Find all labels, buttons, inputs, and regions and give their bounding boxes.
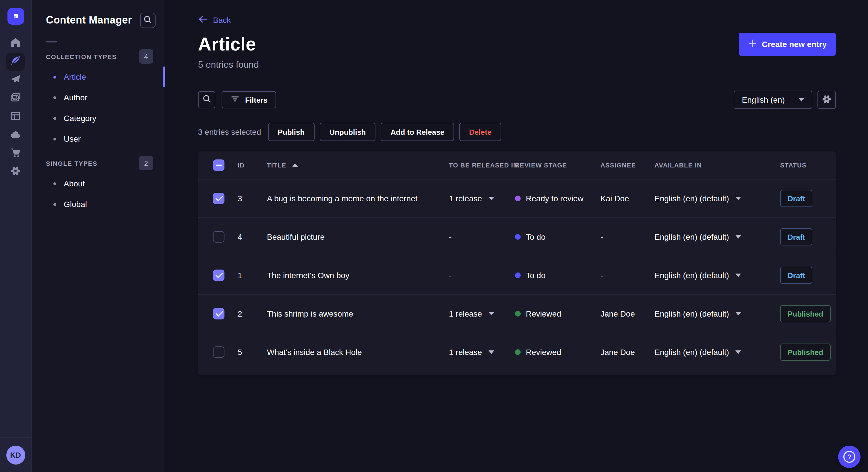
entries-table: ID TITLE TO BE RELEASED IN REVIEW STAGE …	[198, 151, 836, 375]
row-checkbox-cell	[198, 308, 235, 319]
stage-dot-icon	[515, 196, 521, 201]
chevron-down-icon	[735, 312, 741, 315]
table-row[interactable]: 3A bug is becoming a meme on the interne…	[198, 179, 836, 217]
nav-section: SINGLE TYPES2AboutGlobal	[32, 156, 165, 214]
row-locale-dropdown[interactable]: English (en) (default)	[652, 271, 777, 280]
rail-item-content-manager[interactable]	[6, 53, 25, 71]
column-header-status[interactable]: STATUS	[777, 162, 836, 169]
bullet-icon	[53, 96, 56, 99]
sidebar-divider	[46, 41, 57, 42]
row-status-cell: Draft	[777, 190, 836, 207]
selection-bar: 3 entries selected Publish Unpublish Add…	[198, 123, 836, 141]
rail-item-deploy[interactable]	[6, 126, 25, 144]
delete-button[interactable]: Delete	[459, 123, 501, 141]
create-new-entry-label: Create new entry	[762, 40, 827, 49]
row-review-stage: Ready to review	[512, 194, 598, 203]
chevron-down-icon	[488, 350, 494, 354]
feather-icon	[10, 55, 21, 69]
table-row[interactable]: 4Beautiful picture-To do-English (en) (d…	[198, 217, 836, 256]
column-header-id[interactable]: ID	[235, 162, 264, 169]
row-checkbox-cell	[198, 193, 235, 204]
release-value: -	[449, 232, 452, 241]
row-checkbox-cell	[198, 270, 235, 281]
rail-item-media-library[interactable]	[6, 90, 25, 108]
question-mark-icon: ?	[843, 451, 856, 463]
stage-value: To do	[526, 232, 546, 241]
locale-value: English (en) (default)	[654, 232, 729, 241]
row-assignee: -	[598, 271, 652, 280]
row-status-cell: Draft	[777, 267, 836, 284]
table-row[interactable]: 5What's inside a Black Hole1 releaseRevi…	[198, 333, 836, 371]
list-search-button[interactable]	[198, 91, 215, 108]
stage-dot-icon	[515, 234, 521, 240]
column-header-stage[interactable]: REVIEW STAGE	[512, 162, 598, 169]
filters-button[interactable]: Filters	[222, 91, 276, 108]
chevron-down-icon	[735, 350, 741, 354]
row-locale-dropdown[interactable]: English (en) (default)	[652, 309, 777, 318]
row-review-stage: Reviewed	[512, 347, 598, 357]
row-title: What's inside a Black Hole	[264, 347, 446, 357]
nav-list: ArticleAuthorCategoryUser	[32, 67, 165, 149]
row-locale-dropdown[interactable]: English (en) (default)	[652, 194, 777, 203]
rail-item-home[interactable]	[6, 34, 25, 53]
locale-value: English (en) (default)	[654, 309, 729, 318]
back-link[interactable]: Back	[198, 15, 231, 25]
row-checkbox[interactable]	[213, 308, 224, 319]
table-row[interactable]: 2This shrimp is awesome1 releaseReviewed…	[198, 294, 836, 333]
bullet-icon	[53, 203, 56, 206]
row-checkbox[interactable]	[213, 270, 224, 281]
unpublish-button[interactable]: Unpublish	[319, 123, 375, 141]
table-body: 3A bug is becoming a meme on the interne…	[198, 179, 836, 371]
rail-item-settings[interactable]	[6, 163, 25, 181]
row-assignee: Jane Doe	[598, 309, 652, 318]
nav-section-count-badge: 4	[139, 49, 153, 64]
column-header-title[interactable]: TITLE	[264, 162, 446, 169]
rail-item-releases[interactable]	[6, 71, 25, 90]
plus-icon	[748, 39, 756, 49]
rail-item-content-type-builder[interactable]	[6, 108, 25, 126]
row-id: 3	[235, 194, 264, 203]
row-release-dropdown[interactable]: 1 release	[446, 347, 512, 357]
row-checkbox[interactable]	[213, 193, 224, 204]
sidebar-item-about[interactable]: About	[32, 173, 165, 194]
sidebar-item-label: Category	[64, 113, 96, 123]
sidebar-item-author[interactable]: Author	[32, 87, 165, 108]
help-button[interactable]: ?	[838, 446, 861, 468]
locale-value: English (en) (default)	[654, 271, 729, 280]
sidebar-item-user[interactable]: User	[32, 129, 165, 149]
row-id: 4	[235, 232, 264, 241]
locale-select[interactable]: English (en)	[734, 91, 812, 109]
column-header-available[interactable]: AVAILABLE IN	[652, 162, 777, 169]
gear-icon	[822, 94, 832, 106]
add-to-release-button[interactable]: Add to Release	[381, 123, 454, 141]
nav-section-label: COLLECTION TYPES	[46, 53, 117, 60]
sidebar-item-article[interactable]: Article	[32, 67, 165, 87]
row-checkbox[interactable]	[213, 231, 224, 243]
column-header-released[interactable]: TO BE RELEASED IN	[446, 162, 512, 169]
release-value: 1 release	[449, 347, 482, 357]
back-label: Back	[213, 15, 231, 25]
chevron-down-icon	[799, 98, 804, 102]
row-locale-dropdown[interactable]: English (en) (default)	[652, 347, 777, 357]
select-all-checkbox[interactable]	[213, 160, 224, 171]
view-settings-button[interactable]	[817, 91, 836, 109]
filter-icon	[230, 94, 240, 105]
table-row[interactable]: 1The internet's Own boy-To do-English (e…	[198, 256, 836, 294]
stage-value: To do	[526, 271, 546, 280]
column-header-assignee[interactable]: ASSIGNEE	[598, 162, 652, 169]
filters-label: Filters	[245, 96, 268, 104]
row-checkbox[interactable]	[213, 346, 224, 358]
row-release-dropdown[interactable]: 1 release	[446, 309, 512, 318]
home-icon	[10, 37, 21, 50]
publish-button[interactable]: Publish	[268, 123, 314, 141]
sidebar-item-category[interactable]: Category	[32, 108, 165, 129]
sidebar-item-global[interactable]: Global	[32, 194, 165, 214]
avatar[interactable]: KD	[6, 446, 25, 465]
create-new-entry-button[interactable]: Create new entry	[739, 33, 836, 56]
row-assignee: Kai Doe	[598, 194, 652, 203]
row-locale-dropdown[interactable]: English (en) (default)	[652, 232, 777, 241]
row-release-dropdown[interactable]: 1 release	[446, 194, 512, 203]
rail-item-marketplace[interactable]	[6, 144, 25, 163]
sidebar-search-button[interactable]	[140, 12, 156, 28]
strapi-logo-icon[interactable]	[7, 8, 24, 25]
